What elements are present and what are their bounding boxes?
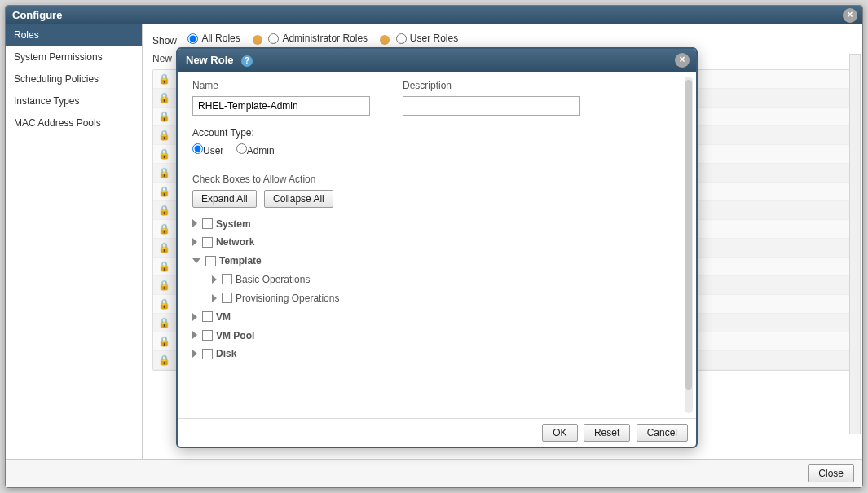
- admin-icon: [253, 35, 262, 45]
- filter-user-radio[interactable]: [396, 33, 407, 44]
- scrollbar-thumb[interactable]: [685, 80, 692, 390]
- configure-title: Configure: [12, 9, 62, 21]
- lock-icon: 🔒: [158, 242, 170, 253]
- tree-node[interactable]: Template: [192, 254, 681, 266]
- new-role-titlebar: New Role ? ×: [178, 49, 696, 72]
- reset-button[interactable]: Reset: [584, 424, 630, 442]
- filter-all-radio[interactable]: [187, 33, 198, 44]
- sidebar-item-roles[interactable]: Roles: [6, 24, 142, 46]
- tree-node-label: VM: [216, 311, 231, 323]
- sidebar-item-system-permissions[interactable]: System Permissions: [6, 46, 142, 68]
- collapse-all-button[interactable]: Collapse All: [264, 190, 333, 208]
- chevron-right-icon[interactable]: [192, 219, 197, 227]
- lock-icon: 🔒: [158, 130, 170, 141]
- lock-icon: 🔒: [158, 354, 170, 366]
- lock-icon: 🔒: [158, 317, 170, 328]
- chevron-right-icon[interactable]: [192, 350, 197, 358]
- configure-titlebar: Configure ×: [6, 6, 862, 24]
- chevron-right-icon[interactable]: [212, 275, 217, 284]
- tree-child-node[interactable]: Basic Operations: [212, 273, 681, 285]
- chevron-right-icon[interactable]: [192, 331, 197, 339]
- description-label: Description: [403, 80, 580, 91]
- lock-icon: 🔒: [158, 336, 170, 347]
- checkbox[interactable]: [202, 237, 213, 248]
- tree-node[interactable]: VM Pool: [192, 329, 681, 341]
- tree-node-label: Template: [219, 255, 262, 266]
- sidebar: Roles System Permissions Scheduling Poli…: [6, 24, 143, 459]
- lock-icon: 🔒: [158, 205, 170, 216]
- checkbox[interactable]: [222, 293, 232, 303]
- lock-icon: 🔒: [158, 111, 170, 122]
- description-input[interactable]: [403, 96, 580, 116]
- user-icon: [380, 35, 390, 45]
- close-button[interactable]: Close: [808, 464, 854, 482]
- tree-node-label: Provisioning Operations: [236, 293, 339, 304]
- name-input[interactable]: [192, 96, 370, 116]
- account-admin-radio[interactable]: [236, 143, 247, 154]
- new-role-title: New Role: [186, 54, 234, 66]
- sidebar-item-instance-types[interactable]: Instance Types: [6, 90, 142, 112]
- expand-all-button[interactable]: Expand All: [192, 190, 257, 208]
- close-icon[interactable]: ×: [843, 8, 857, 23]
- tree-node-label: Basic Operations: [236, 274, 310, 285]
- lock-icon: 🔒: [158, 298, 170, 310]
- tree-node-label: VM Pool: [216, 329, 254, 341]
- ok-button[interactable]: OK: [542, 424, 577, 442]
- lock-icon: 🔒: [158, 148, 170, 160]
- name-label: Name: [192, 80, 370, 91]
- permission-tree: SystemNetworkTemplateBasic OperationsPro…: [192, 218, 681, 360]
- cancel-button[interactable]: Cancel: [637, 424, 688, 442]
- tree-node[interactable]: Network: [192, 235, 681, 248]
- lock-icon: 🔒: [158, 73, 170, 85]
- help-icon[interactable]: ?: [241, 55, 253, 67]
- tree-child-node[interactable]: Provisioning Operations: [212, 292, 681, 304]
- tree-node[interactable]: Disk: [192, 347, 681, 359]
- close-icon[interactable]: ×: [675, 53, 690, 68]
- tree-node-label: Network: [216, 236, 254, 248]
- account-type-label: Account Type:: [192, 127, 681, 139]
- lock-icon: 🔒: [158, 280, 170, 291]
- checkbox[interactable]: [202, 218, 213, 229]
- checkbox[interactable]: [205, 256, 216, 266]
- lock-icon: 🔒: [158, 261, 170, 272]
- sidebar-item-mac-address-pools[interactable]: MAC Address Pools: [6, 112, 142, 134]
- lock-icon: 🔒: [158, 92, 170, 103]
- tree-node-label: System: [216, 218, 251, 229]
- checkbox[interactable]: [202, 330, 213, 341]
- checkboxes-header: Check Boxes to Allow Action: [192, 174, 681, 185]
- scrollbar[interactable]: [849, 54, 861, 434]
- lock-icon: 🔒: [158, 167, 170, 178]
- scrollbar[interactable]: [685, 77, 693, 413]
- account-user-radio[interactable]: [192, 143, 203, 154]
- checkbox[interactable]: [202, 311, 213, 322]
- filter-admin-radio[interactable]: [268, 33, 279, 44]
- chevron-right-icon[interactable]: [192, 238, 197, 246]
- tree-node[interactable]: System: [192, 218, 681, 230]
- checkbox[interactable]: [222, 274, 232, 284]
- lock-icon: 🔒: [158, 186, 170, 197]
- lock-icon: 🔒: [158, 223, 170, 235]
- checkbox[interactable]: [202, 349, 213, 359]
- chevron-right-icon[interactable]: [212, 294, 217, 302]
- chevron-down-icon[interactable]: [192, 258, 200, 263]
- tree-node[interactable]: VM: [192, 310, 681, 323]
- sidebar-item-scheduling-policies[interactable]: Scheduling Policies: [6, 68, 142, 90]
- new-role-dialog: New Role ? × Name Description Account Ty…: [176, 47, 698, 448]
- tree-node-label: Disk: [216, 348, 236, 359]
- chevron-right-icon[interactable]: [192, 313, 197, 321]
- show-label: Show: [152, 35, 177, 46]
- new-label: New: [152, 53, 172, 64]
